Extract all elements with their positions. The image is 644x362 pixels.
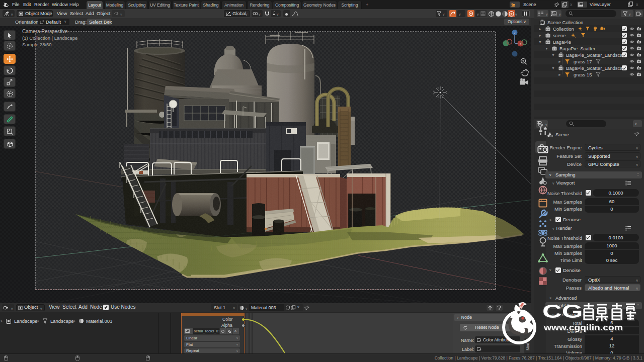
svg-text:Z: Z [514,31,516,35]
